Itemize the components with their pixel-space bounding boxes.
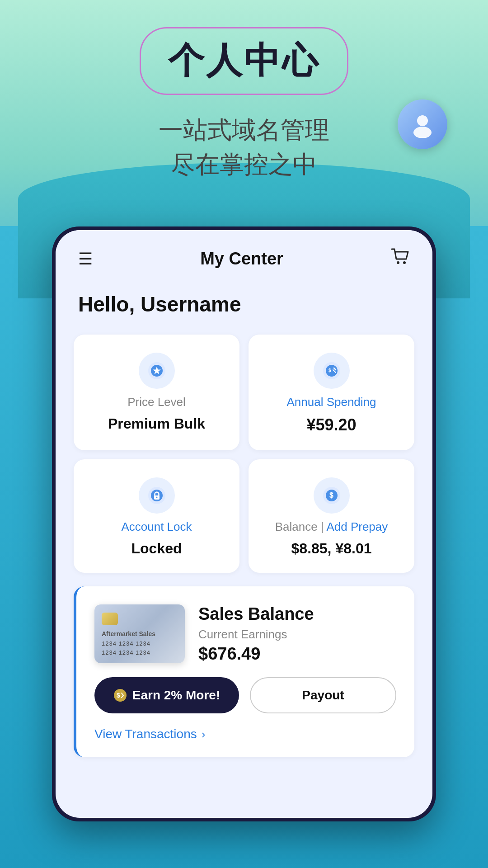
card-chip xyxy=(102,613,118,625)
view-transactions-text: View Transactions xyxy=(94,727,197,741)
svg-point-3 xyxy=(403,261,406,264)
earn-button-label: Earn 2% More! xyxy=(132,688,221,703)
chevron-right-icon: › xyxy=(202,727,206,741)
price-level-value: Premium Bulk xyxy=(108,415,205,432)
account-lock-value: Locked xyxy=(131,540,182,557)
subtitle-line1: 一站式域名管理 xyxy=(159,116,329,143)
sales-earnings-label: Current Earnings xyxy=(198,627,396,642)
avatar-container xyxy=(398,99,447,149)
svg-point-19 xyxy=(114,689,127,702)
payout-button-label: Payout xyxy=(302,688,344,703)
sales-section: Aftermarket Sales 1234 1234 1234 1234 12… xyxy=(56,582,432,775)
svg-point-15 xyxy=(156,497,157,498)
topbar-title: My Center xyxy=(200,249,283,269)
sales-buttons: $ Earn 2% More! Payout xyxy=(94,677,396,713)
svg-text:$: $ xyxy=(117,692,120,699)
annual-spending-icon: $ xyxy=(314,353,350,389)
top-bar: ☰ My Center xyxy=(56,230,432,283)
greeting-text: Hello, Username xyxy=(78,292,241,316)
avatar[interactable] xyxy=(398,99,447,149)
cart-icon[interactable] xyxy=(391,248,410,269)
svg-point-1 xyxy=(413,127,432,138)
price-level-card[interactable]: Price Level Premium Bulk xyxy=(74,335,239,450)
annual-spending-card[interactable]: $ Annual Spending ¥59.20 xyxy=(249,335,414,450)
account-lock-icon xyxy=(139,477,175,514)
payout-button[interactable]: Payout xyxy=(250,677,396,713)
balance-value: $8.85, ¥8.01 xyxy=(291,540,372,557)
svg-point-2 xyxy=(397,261,399,264)
credit-card-visual: Aftermarket Sales 1234 1234 1234 1234 12… xyxy=(94,604,185,663)
sales-amount: $676.49 xyxy=(198,644,396,664)
sales-info: Sales Balance Current Earnings $676.49 xyxy=(198,604,396,664)
view-transactions-link[interactable]: View Transactions › xyxy=(94,727,396,741)
title-badge: 个人中心 xyxy=(140,27,348,95)
svg-text:$: $ xyxy=(329,491,333,499)
svg-point-0 xyxy=(417,115,428,126)
hello-section: Hello, Username xyxy=(56,283,432,330)
svg-point-8 xyxy=(326,365,338,377)
sales-card: Aftermarket Sales 1234 1234 1234 1234 12… xyxy=(74,586,414,757)
phone-mockup: ☰ My Center Hello, Username xyxy=(52,226,436,821)
annual-spending-label: Annual Spending xyxy=(286,395,376,409)
svg-text:$: $ xyxy=(328,368,331,373)
balance-icon: $ xyxy=(314,477,350,514)
price-level-label: Price Level xyxy=(127,395,186,409)
card-number-1: 1234 1234 1234 xyxy=(102,639,178,648)
page-title: 个人中心 xyxy=(168,40,320,80)
earn-more-button[interactable]: $ Earn 2% More! xyxy=(94,677,239,713)
subtitle: 一站式域名管理 尽在掌控之中 xyxy=(159,113,329,181)
balance-label: Balance | Add Prepay xyxy=(275,520,388,534)
subtitle-line2: 尽在掌控之中 xyxy=(171,151,317,178)
balance-card[interactable]: $ Balance | Add Prepay $8.85, ¥8.01 xyxy=(249,459,414,573)
card-brand-label: Aftermarket Sales xyxy=(102,630,178,637)
sales-title: Sales Balance xyxy=(198,604,396,624)
card-number-2: 1234 1234 1234 xyxy=(102,648,178,657)
account-lock-card[interactable]: Account Lock Locked xyxy=(74,459,239,573)
price-level-icon xyxy=(139,353,175,389)
phone-screen: ☰ My Center Hello, Username xyxy=(56,230,432,818)
account-lock-label: Account Lock xyxy=(121,520,192,534)
cards-grid: Price Level Premium Bulk $ Annual Spendi… xyxy=(56,330,432,582)
menu-icon[interactable]: ☰ xyxy=(78,250,93,269)
header-area: 个人中心 一站式域名管理 尽在掌控之中 xyxy=(0,0,488,190)
sales-card-header: Aftermarket Sales 1234 1234 1234 1234 12… xyxy=(94,604,396,664)
annual-spending-value: ¥59.20 xyxy=(306,415,356,434)
